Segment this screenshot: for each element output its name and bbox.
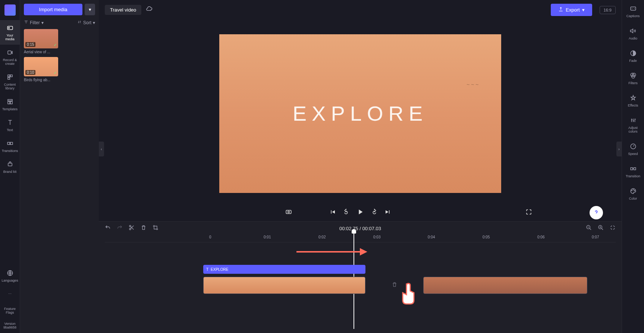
text-track-clip[interactable]: T EXPLORE bbox=[203, 265, 365, 274]
split-button[interactable] bbox=[129, 225, 135, 232]
sidebar-item-label: Your media bbox=[1, 34, 18, 41]
svg-rect-14 bbox=[286, 210, 291, 214]
sort-button[interactable]: Sort ▾ bbox=[77, 20, 95, 25]
project-title-input[interactable]: Travel video bbox=[105, 5, 141, 15]
sidebar-item-label: Languages bbox=[1, 279, 18, 282]
zoom-in-button[interactable] bbox=[598, 225, 604, 232]
snapshot-button[interactable] bbox=[285, 209, 292, 217]
timeline-ruler[interactable]: 0 0:01 0:02 0:03 0:04 0:05 0:06 0:07 bbox=[105, 235, 616, 242]
text-icon bbox=[6, 118, 14, 127]
globe-icon bbox=[6, 269, 14, 277]
sidebar-item-content-library[interactable]: Content library bbox=[0, 69, 20, 94]
svg-rect-29 bbox=[634, 168, 635, 170]
right-item-fade[interactable]: Fade bbox=[622, 45, 644, 67]
svg-marker-21 bbox=[360, 248, 367, 256]
sidebar-item-label: Version 9ba8658 bbox=[1, 322, 18, 329]
media-clip-2[interactable]: 0:10 ✓ Birds flying ab... bbox=[24, 57, 58, 82]
media-clip-1[interactable]: 0:15 ✓ Aerial view of ... bbox=[24, 29, 58, 54]
sidebar-item-version[interactable]: Version 9ba8658 bbox=[0, 318, 20, 333]
collapse-right-panel-button[interactable]: › bbox=[616, 142, 622, 156]
main-area: Travel video Export ▾ 16:9 EXPLORE bbox=[99, 0, 622, 333]
svg-rect-11 bbox=[10, 142, 12, 145]
media-panel: Import media ▾ Filter ▾ Sort ▾ 0:15 ✓ Ae… bbox=[20, 0, 99, 333]
svg-rect-12 bbox=[8, 163, 12, 166]
cloud-sync-icon[interactable] bbox=[146, 6, 153, 14]
check-icon: ✓ bbox=[54, 43, 57, 47]
right-item-captions[interactable]: Captions bbox=[622, 0, 644, 22]
collapse-media-panel-button[interactable]: ‹ bbox=[99, 142, 104, 156]
timeline-tick: 0:07 bbox=[592, 235, 599, 239]
play-button[interactable] bbox=[356, 208, 364, 218]
export-button[interactable]: Export ▾ bbox=[551, 4, 592, 16]
fullscreen-button[interactable] bbox=[525, 209, 532, 217]
skip-back-button[interactable] bbox=[329, 209, 336, 217]
svg-point-31 bbox=[633, 190, 634, 190]
right-item-color[interactable]: Color bbox=[622, 183, 644, 205]
sort-label: Sort bbox=[83, 20, 91, 25]
adjust-icon bbox=[629, 116, 637, 124]
filters-icon bbox=[629, 72, 637, 80]
text-icon: T bbox=[206, 267, 208, 272]
clip-name: Birds flying ab... bbox=[24, 78, 58, 82]
svg-rect-4 bbox=[8, 75, 10, 77]
sidebar-item-label: Record & create bbox=[1, 58, 18, 66]
redo-button[interactable] bbox=[117, 225, 123, 232]
sidebar-item-label: Brand kit bbox=[3, 170, 17, 174]
right-item-audio[interactable]: Audio bbox=[622, 22, 644, 45]
rewind-button[interactable] bbox=[343, 209, 349, 217]
sidebar-item-text[interactable]: Text bbox=[0, 115, 20, 136]
total-time: 00:07.03 bbox=[362, 226, 381, 231]
sidebar-item-brand-kit[interactable]: Brand kit bbox=[0, 156, 20, 177]
svg-rect-7 bbox=[8, 99, 12, 101]
right-item-transition[interactable]: Transition bbox=[622, 160, 644, 183]
sidebar-item-your-media[interactable]: Your media bbox=[0, 20, 20, 45]
right-sidebar: Captions Audio Fade Filters Effects Adju… bbox=[622, 0, 644, 333]
filter-button[interactable]: Filter ▾ bbox=[24, 20, 44, 25]
right-item-adjust-colors[interactable]: Adjust colors bbox=[622, 112, 644, 138]
color-icon bbox=[629, 187, 637, 195]
aspect-ratio-button[interactable]: 16:9 bbox=[600, 6, 616, 14]
right-item-filters[interactable]: Filters bbox=[622, 67, 644, 89]
right-item-speed[interactable]: Speed bbox=[622, 138, 644, 160]
undo-button[interactable] bbox=[105, 225, 111, 232]
svg-point-16 bbox=[129, 225, 131, 227]
preview-canvas[interactable]: EXPLORE bbox=[219, 34, 501, 193]
media-icon bbox=[6, 24, 14, 32]
svg-rect-8 bbox=[8, 101, 10, 104]
sidebar-item-templates[interactable]: Templates bbox=[0, 94, 20, 115]
media-thumbnail: 0:15 ✓ bbox=[24, 29, 58, 48]
right-item-label: Effects bbox=[628, 104, 638, 107]
import-media-button[interactable]: Import media bbox=[24, 4, 82, 15]
time-separator: / bbox=[359, 226, 361, 231]
sidebar-item-record[interactable]: Record & create bbox=[0, 45, 20, 69]
timeline-tick: 0:02 bbox=[318, 235, 326, 239]
crop-button[interactable] bbox=[153, 225, 158, 232]
export-label: Export bbox=[566, 7, 580, 13]
audio-icon bbox=[629, 27, 637, 35]
forward-button[interactable] bbox=[371, 209, 378, 217]
chevron-down-icon: ▾ bbox=[582, 7, 585, 13]
timeline-tick: 0 bbox=[209, 235, 211, 239]
delete-button[interactable] bbox=[141, 225, 147, 232]
right-item-effects[interactable]: Effects bbox=[622, 89, 644, 112]
help-button[interactable] bbox=[590, 206, 603, 219]
zoom-out-button[interactable] bbox=[586, 225, 592, 232]
clip-name: Aerial view of ... bbox=[24, 50, 58, 54]
birds-decoration bbox=[466, 82, 478, 88]
svg-point-32 bbox=[634, 190, 635, 191]
speed-icon bbox=[629, 142, 637, 150]
sidebar-item-more[interactable]: ⋯ bbox=[0, 286, 20, 303]
skip-forward-button[interactable] bbox=[384, 209, 391, 217]
sidebar-item-feature-flags[interactable]: Feature Flags bbox=[0, 303, 20, 318]
video-track-clip-1[interactable] bbox=[203, 277, 365, 294]
sort-icon bbox=[77, 20, 82, 25]
video-track-clip-2[interactable] bbox=[423, 277, 587, 294]
sidebar-item-languages[interactable]: Languages bbox=[0, 265, 20, 286]
chevron-down-icon: ▾ bbox=[93, 20, 95, 25]
import-dropdown-button[interactable]: ▾ bbox=[85, 4, 95, 15]
text-clip-label: EXPLORE bbox=[211, 267, 228, 272]
zoom-fit-button[interactable] bbox=[610, 225, 616, 232]
svg-point-1 bbox=[8, 28, 9, 29]
sidebar-item-transitions[interactable]: Transitions bbox=[0, 136, 20, 156]
app-logo[interactable] bbox=[4, 4, 16, 16]
